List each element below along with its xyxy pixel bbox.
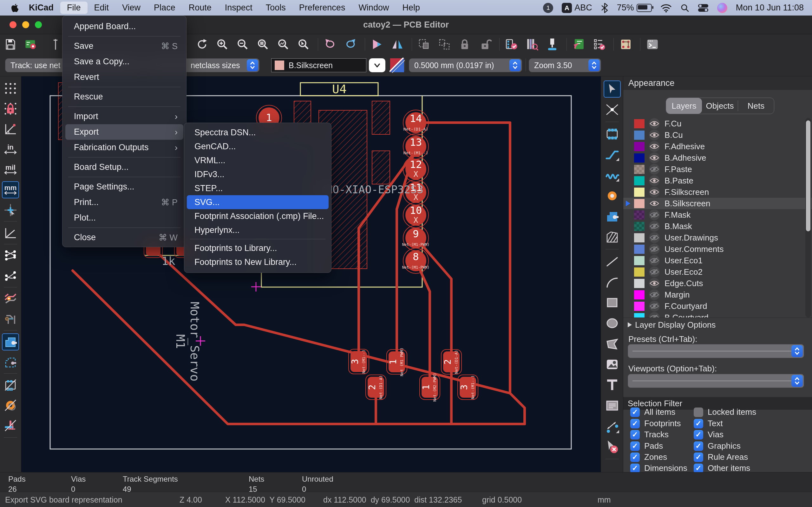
partially-hidden-tool-icon[interactable] xyxy=(48,37,63,52)
layer-row[interactable]: F.Silkscreen xyxy=(623,186,812,198)
menu-idfv3[interactable]: IDFv3... xyxy=(187,167,328,181)
filter-zones[interactable]: Zones xyxy=(630,452,667,462)
layer-color-swatch[interactable] xyxy=(634,210,645,220)
bluetooth-icon[interactable] xyxy=(601,3,608,13)
draw-rectangle-icon[interactable] xyxy=(604,294,621,311)
layer-color-swatch[interactable] xyxy=(634,290,645,299)
layer-hidden-eye-icon[interactable] xyxy=(649,301,660,312)
layer-row[interactable]: F.Adhesive xyxy=(623,141,812,152)
layer-hidden-eye-icon[interactable] xyxy=(649,244,660,255)
menubar-view[interactable]: View xyxy=(115,2,147,14)
menu-save[interactable]: Save⌘ S xyxy=(65,38,183,54)
layer-hidden-eye-icon[interactable] xyxy=(649,289,660,300)
unlock-icon[interactable] xyxy=(477,37,493,52)
update-pcb-icon[interactable] xyxy=(571,37,587,52)
layer-hidden-eye-icon[interactable] xyxy=(649,210,660,220)
add-image-icon[interactable] xyxy=(604,356,621,373)
track-via-size-icon[interactable] xyxy=(544,37,560,52)
layer-color-swatch[interactable] xyxy=(634,222,645,231)
filter-locked-items[interactable]: Locked items xyxy=(694,407,756,417)
library-browser-icon[interactable] xyxy=(524,37,540,52)
layer-list-scrollbar[interactable] xyxy=(805,118,811,318)
menu-rescue[interactable]: Rescue xyxy=(65,89,183,105)
stepper-icon[interactable] xyxy=(792,375,803,387)
menubar-help[interactable]: Help xyxy=(396,2,426,14)
control-center-icon[interactable] xyxy=(698,4,709,12)
sketch-tracks-icon[interactable] xyxy=(2,417,19,434)
group-items-icon[interactable] xyxy=(416,37,432,52)
viewports-select[interactable] xyxy=(628,374,804,388)
refresh-icon[interactable] xyxy=(194,37,210,52)
layer-hidden-eye-icon[interactable] xyxy=(649,255,660,266)
checkbox-icon[interactable] xyxy=(694,407,703,417)
stepper-icon[interactable] xyxy=(247,59,258,71)
grid-override-icon[interactable] xyxy=(2,100,19,117)
menu-vrml[interactable]: VRML... xyxy=(187,153,328,167)
layer-row-selected[interactable]: B.Silkscreen xyxy=(623,198,812,209)
checkbox-icon[interactable] xyxy=(630,464,640,473)
apple-menu[interactable] xyxy=(9,3,22,13)
layer-hidden-eye-icon[interactable] xyxy=(649,232,660,243)
filter-rule-areas[interactable]: Rule Areas xyxy=(694,452,748,462)
add-filled-zone-icon[interactable] xyxy=(604,208,621,225)
grid-size-select[interactable]: 0.5000 mm (0.0197 in) xyxy=(409,58,522,72)
layer-row[interactable]: Edge.Cuts xyxy=(623,278,812,289)
layer-row[interactable]: F.Cu xyxy=(623,118,812,129)
filter-dimensions[interactable]: Dimensions xyxy=(630,463,687,473)
filter-footprints[interactable]: Footprints xyxy=(630,418,681,429)
checkbox-icon[interactable] xyxy=(694,464,703,473)
checkbox-icon[interactable] xyxy=(694,419,703,429)
drc-check-icon[interactable] xyxy=(591,37,607,52)
layer-color-swatch[interactable] xyxy=(634,313,645,318)
menubar-place[interactable]: Place xyxy=(147,2,182,14)
checkbox-icon[interactable] xyxy=(694,430,703,440)
polar-coordinates-icon[interactable] xyxy=(2,120,19,137)
layer-color-swatch[interactable] xyxy=(634,268,645,277)
motor-servo-label[interactable]: Motor_Servo xyxy=(188,302,202,382)
redo-icon[interactable] xyxy=(343,37,358,52)
filter-vias[interactable]: Vias xyxy=(694,430,723,440)
sketch-footprints-icon[interactable] xyxy=(2,377,19,394)
filter-tracks[interactable]: Tracks xyxy=(630,430,669,440)
wifi-icon[interactable] xyxy=(660,3,672,12)
add-via-icon[interactable] xyxy=(604,187,621,205)
layer-row[interactable]: F.Paste xyxy=(623,164,812,175)
add-rule-area-icon[interactable] xyxy=(604,228,621,245)
board-setup-icon[interactable] xyxy=(23,37,39,52)
menu-specctra-dsn[interactable]: Specctra DSN... xyxy=(187,125,328,139)
m1-reference[interactable]: M1 xyxy=(173,334,188,349)
menu-revert[interactable]: Revert xyxy=(65,69,183,85)
route-differential-pair-icon[interactable] xyxy=(604,167,621,184)
zoom-in-icon[interactable] xyxy=(214,37,230,52)
menu-footprint-association[interactable]: Footprint Association (.cmp) File... xyxy=(187,209,328,223)
footprint-editor-icon[interactable] xyxy=(618,37,634,52)
layer-visible-eye-icon[interactable] xyxy=(649,187,660,198)
menubar-file[interactable]: File xyxy=(60,2,88,14)
stepper-icon[interactable] xyxy=(589,59,600,71)
layer-row[interactable]: B.Mask xyxy=(623,221,812,232)
layer-color-swatch[interactable] xyxy=(634,187,645,197)
add-dimension-icon[interactable] xyxy=(604,418,621,435)
menubar-inspect[interactable]: Inspect xyxy=(218,2,259,14)
layer-visible-eye-icon[interactable] xyxy=(649,153,660,163)
menu-plot[interactable]: Plot... xyxy=(65,210,183,226)
draw-polygon-icon[interactable] xyxy=(604,335,621,352)
layer-hidden-eye-icon[interactable] xyxy=(649,312,660,318)
ungroup-items-icon[interactable] xyxy=(437,37,452,52)
layer-color-swatch[interactable] xyxy=(634,119,645,128)
layer-row[interactable]: F.Courtyard xyxy=(623,300,812,312)
menu-step[interactable]: STEP... xyxy=(187,181,328,195)
menu-footprints-to-library[interactable]: Footprints to Library... xyxy=(187,241,328,255)
battery-indicator[interactable]: 75% xyxy=(617,3,652,13)
select-tool-icon[interactable] xyxy=(604,80,621,98)
tab-layers[interactable]: Layers xyxy=(666,98,702,114)
layer-visible-eye-icon[interactable] xyxy=(649,141,660,152)
checkbox-icon[interactable] xyxy=(630,430,640,440)
lock-icon[interactable] xyxy=(457,37,473,52)
draw-arc-icon[interactable] xyxy=(604,274,621,291)
menu-export[interactable]: Export xyxy=(65,124,183,140)
checkbox-icon[interactable] xyxy=(630,419,640,429)
draw-circle-icon[interactable] xyxy=(604,315,621,332)
menu-save-a-copy[interactable]: Save a Copy... xyxy=(65,54,183,69)
layer-color-swatch[interactable] xyxy=(634,165,645,174)
